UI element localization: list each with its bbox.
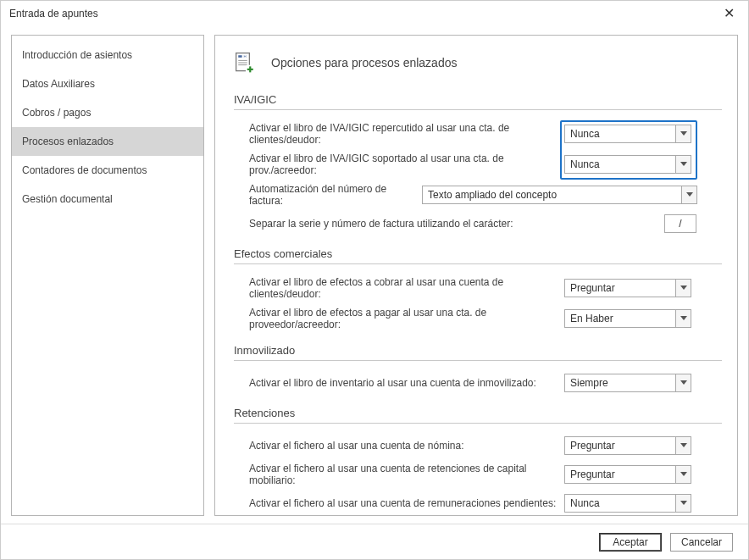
combo-value: Nunca <box>565 158 675 170</box>
sidebar-item-label: Introducción de asientos <box>22 49 132 61</box>
dialog-body: Introducción de asientos Datos Auxiliare… <box>1 26 748 516</box>
row-inmovilizado: Activar el libro de inventario al usar u… <box>249 373 722 393</box>
label-automatizacion: Automatización del número de factura: <box>249 183 422 207</box>
combo-value: Nunca <box>565 128 675 140</box>
content-panel: H Opciones para procesos enlazados IVA/I… <box>214 35 738 516</box>
content-header: H Opciones para procesos enlazados <box>234 51 722 75</box>
sidebar-item-contadores[interactable]: Contadores de documentos <box>12 156 203 185</box>
svg-rect-1 <box>238 55 241 58</box>
row-ret-remuneraciones: Activar el fichero al usar una cuenta de… <box>249 493 722 513</box>
input-separador[interactable] <box>664 214 696 233</box>
chevron-down-icon[interactable] <box>675 437 691 454</box>
row-iva-soportado: Activar el libro de IVA/IGIC soportado a… <box>249 152 722 176</box>
row-efectos-pagar: Activar el libro de efectos a pagar al u… <box>249 307 722 330</box>
section-header-efectos: Efectos comerciales <box>234 247 722 264</box>
row-automatizacion-factura: Automatización del número de factura: Te… <box>249 183 722 207</box>
section-header-iva: IVA/IGIC <box>234 93 722 110</box>
combo-value: Preguntar <box>565 469 675 480</box>
row-ret-capital: Activar el fichero al usar una cuenta de… <box>249 463 722 486</box>
combo-efectos-pagar[interactable]: En Haber <box>564 309 691 328</box>
combo-iva-repercutido[interactable]: Nunca <box>564 125 691 143</box>
row-efectos-cobrar: Activar el libro de efectos a cobrar al … <box>249 276 722 300</box>
svg-text:H: H <box>243 54 246 58</box>
page-icon: H <box>234 51 258 75</box>
combo-value: Nunca <box>565 497 675 509</box>
combo-value: En Haber <box>565 313 675 324</box>
combo-automatizacion[interactable]: Texto ampliado del concepto <box>422 186 697 204</box>
label-efectos-pagar: Activar el libro de efectos a pagar al u… <box>249 307 564 330</box>
cancel-button[interactable]: Cancelar <box>670 533 733 552</box>
sidebar-item-label: Datos Auxiliares <box>22 78 95 90</box>
sidebar-item-label: Cobros / pagos <box>22 107 91 119</box>
sidebar-item-introduccion[interactable]: Introducción de asientos <box>12 41 203 69</box>
chevron-down-icon[interactable] <box>675 280 691 297</box>
sidebar-item-label: Gestión documental <box>22 193 113 205</box>
combo-ret-capital[interactable]: Preguntar <box>564 465 691 484</box>
label-efectos-cobrar: Activar el libro de efectos a cobrar al … <box>249 276 564 300</box>
sidebar-item-cobros-pagos[interactable]: Cobros / pagos <box>12 98 203 127</box>
section-header-inmovilizado: Inmovilizado <box>234 344 722 361</box>
combo-inmovilizado[interactable]: Siempre <box>564 374 691 392</box>
chevron-down-icon[interactable] <box>675 310 691 327</box>
sidebar-item-label: Procesos enlazados <box>22 136 114 147</box>
row-ret-nomina: Activar el fichero al usar una cuenta de… <box>249 435 722 456</box>
label-ret-remuneraciones: Activar el fichero al usar una cuenta de… <box>249 497 564 509</box>
combo-ret-nomina[interactable]: Preguntar <box>564 436 691 455</box>
sidebar-item-label: Contadores de documentos <box>22 164 147 176</box>
combo-ret-remuneraciones[interactable]: Nunca <box>564 494 691 513</box>
close-icon[interactable]: ✕ <box>717 3 741 24</box>
combo-value: Siempre <box>565 377 675 389</box>
combo-value: Preguntar <box>565 440 675 452</box>
row-iva-repercutido: Activar el libro de IVA/IGIC repercutido… <box>249 122 722 146</box>
chevron-down-icon[interactable] <box>675 495 691 512</box>
label-separador: Separar la serie y número de factura uti… <box>249 218 664 230</box>
ok-button[interactable]: Aceptar <box>599 533 662 552</box>
sidebar-item-procesos-enlazados[interactable]: Procesos enlazados <box>12 127 203 156</box>
row-separador-serie: Separar la serie y número de factura uti… <box>249 213 722 234</box>
sidebar: Introducción de asientos Datos Auxiliare… <box>11 35 204 516</box>
dialog-footer: Aceptar Cancelar <box>1 524 748 559</box>
chevron-down-icon[interactable] <box>675 125 691 142</box>
section-header-retenciones: Retenciones <box>234 407 722 424</box>
combo-iva-soportado[interactable]: Nunca <box>564 155 691 174</box>
window-title: Entrada de apuntes <box>9 8 98 19</box>
label-inmovilizado: Activar el libro de inventario al usar u… <box>249 377 564 389</box>
sidebar-item-gestion-documental[interactable]: Gestión documental <box>12 185 203 213</box>
page-title: Opciones para procesos enlazados <box>271 56 457 69</box>
chevron-down-icon[interactable] <box>681 186 696 203</box>
chevron-down-icon[interactable] <box>675 466 691 483</box>
label-ret-capital: Activar el fichero al usar una cuenta de… <box>249 463 564 486</box>
chevron-down-icon[interactable] <box>675 156 691 173</box>
sidebar-item-datos-auxiliares[interactable]: Datos Auxiliares <box>12 69 203 98</box>
combo-value: Preguntar <box>565 282 675 294</box>
label-iva-repercutido: Activar el libro de IVA/IGIC repercutido… <box>249 122 564 146</box>
label-ret-nomina: Activar el fichero al usar una cuenta de… <box>249 440 564 452</box>
chevron-down-icon[interactable] <box>675 374 691 391</box>
combo-value: Texto ampliado del concepto <box>423 189 681 201</box>
titlebar: Entrada de apuntes ✕ <box>1 1 748 26</box>
label-iva-soportado: Activar el libro de IVA/IGIC soportado a… <box>249 152 564 176</box>
combo-efectos-cobrar[interactable]: Preguntar <box>564 279 691 297</box>
